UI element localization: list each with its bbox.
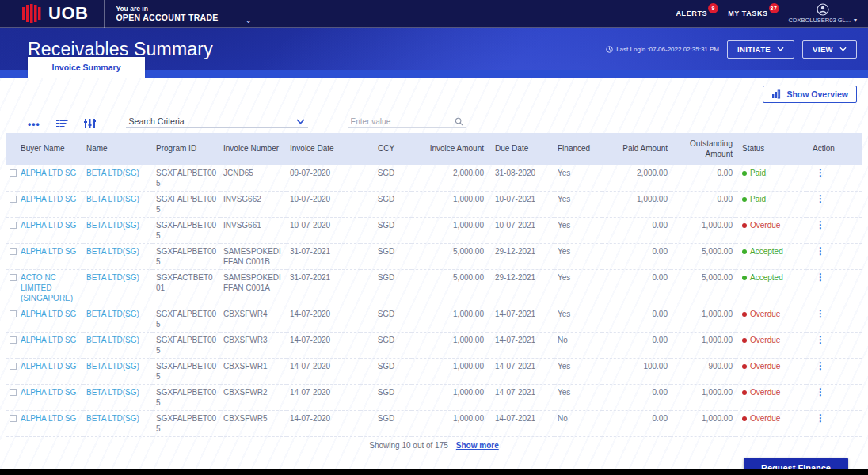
row-checkbox[interactable] [10, 196, 17, 203]
more-options-icon[interactable]: ••• [28, 120, 40, 128]
paid-amount-cell: 0.00 [602, 270, 671, 306]
invoice-date-cell: 14-07-2020 [287, 306, 360, 332]
name-link[interactable]: BETA LTD(SG) [83, 332, 153, 359]
row-actions-menu-icon[interactable]: ⋮ [809, 193, 825, 204]
table-row: ALPHA LTD SG BETA LTD(SG) SGXFALPBET005 … [6, 332, 862, 359]
search-icon[interactable] [455, 117, 463, 126]
user-menu[interactable]: CDXBOLUSER03 GL... ▾ [789, 3, 857, 24]
row-checkbox[interactable] [10, 274, 17, 281]
buyer-name-link[interactable]: ALPHA LTD SG [17, 165, 83, 192]
status-text: Paid [750, 169, 766, 177]
outstanding-amount-cell: 5,000.00 [671, 270, 736, 306]
search-criteria-dropdown[interactable]: Search Criteria [126, 115, 308, 128]
row-checkbox[interactable] [10, 415, 17, 422]
paid-amount-cell: 2,000.00 [602, 165, 671, 192]
buyer-name-link[interactable]: ALPHA LTD SG [17, 359, 83, 385]
invoice-date-cell: 10-07-2020 [287, 192, 360, 218]
outstanding-amount-cell: 5,000.00 [671, 244, 736, 270]
context-label: You are in [116, 5, 227, 13]
show-more-link[interactable]: Show more [456, 441, 499, 450]
row-actions-menu-icon[interactable]: ⋮ [809, 412, 825, 424]
due-date-cell: 14-07-2021 [487, 411, 554, 437]
status-text: Paid [750, 195, 766, 203]
row-checkbox[interactable] [10, 248, 17, 255]
status-dot-icon [742, 364, 747, 369]
row-actions-menu-icon[interactable]: ⋮ [809, 386, 825, 397]
invoice-number-cell: CBXSFWR5 [220, 411, 287, 437]
buyer-name-link[interactable]: ALPHA LTD SG [17, 218, 83, 244]
buyer-name-link[interactable]: ALPHA LTD SG [17, 192, 83, 218]
row-checkbox[interactable] [10, 336, 17, 344]
my-tasks-link[interactable]: MY TASKS 37 [728, 10, 767, 17]
program-id-cell: SGXFALPBET005 [153, 218, 220, 244]
buyer-name-link[interactable]: ALPHA LTD SG [17, 244, 83, 270]
buyer-name-link[interactable]: ALPHA LTD SG [17, 332, 83, 359]
bar-chart-icon [771, 89, 782, 99]
invoice-number-cell: SAMESPOKEDIFFAN C001B [220, 244, 287, 270]
row-actions-menu-icon[interactable]: ⋮ [809, 245, 825, 256]
row-checkbox[interactable] [10, 222, 17, 229]
view-button[interactable]: VIEW [802, 40, 857, 59]
buyer-name-link[interactable]: ALPHA LTD SG [17, 306, 83, 332]
invoice-date-cell: 14-07-2020 [287, 359, 360, 385]
invoice-table-body: ALPHA LTD SG BETA LTD(SG) SGXFALPBET005 … [6, 165, 862, 437]
invoice-number-cell: CBXSFWR2 [220, 385, 287, 411]
program-id-cell: SGXFALPBET005 [153, 411, 220, 437]
financed-cell: Yes [554, 270, 602, 306]
paid-amount-cell: 100.00 [602, 359, 671, 385]
row-actions-menu-icon[interactable]: ⋮ [809, 360, 825, 371]
name-link[interactable]: BETA LTD(SG) [83, 411, 153, 437]
name-link[interactable]: BETA LTD(SG) [83, 385, 153, 411]
ccy-cell: SGD [360, 359, 412, 385]
table-row: ACTO NC LIMITED (SINGAPORE) BETA LTD(SG)… [6, 270, 862, 306]
name-link[interactable]: BETA LTD(SG) [83, 270, 153, 306]
table-row: ALPHA LTD SG BETA LTD(SG) SGXFALPBET005 … [6, 244, 862, 270]
name-link[interactable]: BETA LTD(SG) [83, 359, 153, 385]
row-checkbox[interactable] [10, 169, 17, 177]
my-tasks-badge: 37 [769, 3, 779, 13]
show-overview-button[interactable]: Show Overview [763, 86, 857, 103]
name-link[interactable]: BETA LTD(SG) [83, 192, 153, 218]
bottom-bar [0, 469, 868, 475]
row-actions-menu-icon[interactable]: ⋮ [809, 167, 825, 178]
buyer-name-link[interactable]: ACTO NC LIMITED (SINGAPORE) [17, 270, 83, 306]
status-text: Overdue [750, 336, 780, 344]
row-checkbox[interactable] [10, 363, 17, 370]
initiate-button[interactable]: INITIATE [727, 40, 794, 59]
due-date-cell: 14-07-2021 [487, 385, 554, 411]
row-checkbox[interactable] [10, 389, 17, 396]
status-dot-icon [742, 390, 747, 395]
name-link[interactable]: BETA LTD(SG) [83, 218, 153, 244]
name-link[interactable]: BETA LTD(SG) [83, 165, 153, 192]
status-dot-icon [742, 171, 747, 176]
buyer-name-link[interactable]: ALPHA LTD SG [17, 385, 83, 411]
col-invoice-date: Invoice Date [287, 133, 360, 165]
row-actions-menu-icon[interactable]: ⋮ [809, 272, 825, 283]
uob-logo-icon [22, 4, 43, 23]
financed-cell: Yes [554, 192, 602, 218]
row-actions-menu-icon[interactable]: ⋮ [809, 219, 825, 230]
outstanding-amount-cell: 1,000.00 [671, 385, 736, 411]
row-actions-menu-icon[interactable]: ⋮ [809, 334, 825, 345]
context-chevron-down-icon[interactable]: ⌄ [245, 16, 251, 27]
tab-invoice-summary[interactable]: Invoice Summary [28, 57, 145, 78]
invoice-number-cell: CBXSFWR3 [220, 332, 287, 359]
user-caret-down-icon: ▾ [854, 17, 857, 24]
alerts-link[interactable]: ALERTS 9 [676, 10, 708, 17]
name-link[interactable]: BETA LTD(SG) [83, 244, 153, 270]
name-link[interactable]: BETA LTD(SG) [83, 306, 153, 332]
row-checkbox[interactable] [10, 310, 17, 317]
invoice-number-cell: SAMESPOKEDIFFAN C001A [220, 270, 287, 306]
filter-columns-icon[interactable] [84, 119, 96, 128]
invoice-number-cell: JCND65 [220, 165, 287, 192]
table-row: ALPHA LTD SG BETA LTD(SG) SGXFALPBET005 … [6, 359, 862, 385]
outstanding-amount-cell: 1,000.00 [671, 306, 736, 332]
row-actions-menu-icon[interactable]: ⋮ [809, 308, 825, 319]
search-input[interactable] [351, 117, 442, 126]
content-area: Show Overview ••• Search Criter [0, 78, 868, 475]
list-settings-icon[interactable] [56, 119, 68, 128]
buyer-name-link[interactable]: ALPHA LTD SG [17, 411, 83, 437]
col-program-id: Program ID [153, 133, 220, 165]
uob-logo[interactable]: UOB [0, 3, 104, 24]
context-switcher[interactable]: You are in OPEN ACCOUNT TRADE [104, 0, 238, 28]
